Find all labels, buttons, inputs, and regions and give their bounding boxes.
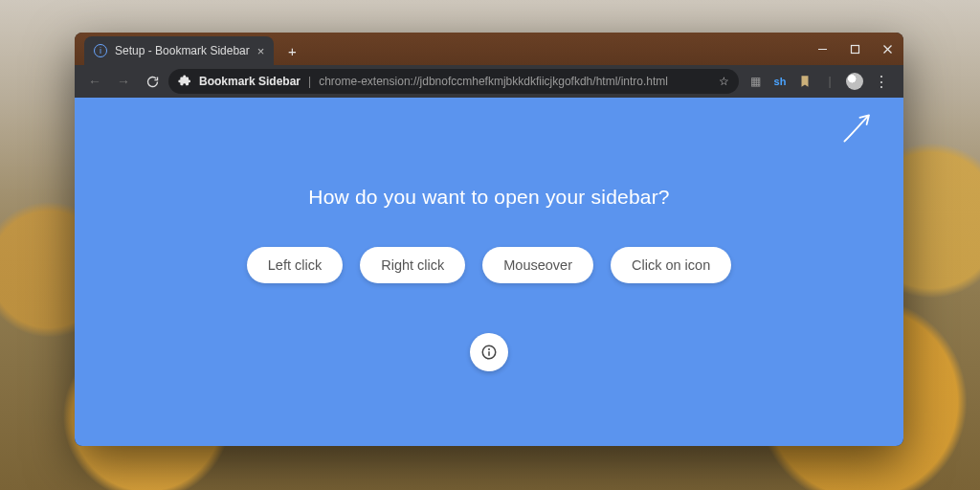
tab-close-icon[interactable]: ×	[257, 44, 265, 58]
window-titlebar: i Setup - Bookmark Sidebar × +	[75, 33, 903, 65]
extension-setup-page: How do you want to open your sidebar? Le…	[75, 98, 903, 446]
window-controls	[806, 33, 903, 65]
nav-back-button[interactable]: ←	[82, 69, 107, 94]
option-label: Mouseover	[503, 257, 572, 273]
toolbar-extension-icons: ▦ sh | ⋮	[743, 73, 896, 91]
open-method-options: Left click Right click Mouseover Click o…	[247, 247, 731, 283]
bookmark-sidebar-extension-icon[interactable]	[796, 73, 813, 90]
option-label: Left click	[268, 257, 322, 273]
browser-window: i Setup - Bookmark Sidebar × + ← →	[75, 33, 903, 446]
option-label: Click on icon	[632, 257, 710, 273]
extension-icon[interactable]: ▦	[746, 73, 764, 90]
setup-heading: How do you want to open your sidebar?	[308, 186, 669, 209]
address-bar[interactable]: Bookmark Sidebar | chrome-extension://jd…	[168, 69, 739, 94]
new-tab-button[interactable]: +	[279, 38, 304, 63]
option-left-click[interactable]: Left click	[247, 247, 343, 283]
window-maximize-button[interactable]	[838, 33, 871, 65]
extension-puzzle-icon	[178, 74, 191, 90]
info-button[interactable]	[470, 333, 508, 371]
extension-icon[interactable]: sh	[771, 73, 789, 90]
window-close-button[interactable]	[871, 33, 903, 65]
option-click-on-icon[interactable]: Click on icon	[611, 247, 731, 283]
tab-title: Setup - Bookmark Sidebar	[115, 44, 250, 57]
browser-menu-button[interactable]: ⋮	[871, 73, 892, 91]
bookmark-star-icon[interactable]: ☆	[719, 75, 729, 88]
svg-point-2	[488, 348, 490, 350]
desktop-wallpaper: i Setup - Bookmark Sidebar × + ← →	[0, 0, 980, 490]
profile-avatar-icon[interactable]	[846, 73, 863, 90]
option-right-click[interactable]: Right click	[360, 247, 465, 283]
browser-toolbar: ← → Bookmark Sidebar | chrome-extension:…	[75, 65, 903, 98]
omnibox-url: chrome-extension://jdbnofccmhefkmjbkkdkf…	[319, 75, 668, 88]
option-label: Right click	[381, 257, 444, 273]
pointer-arrow-icon	[838, 109, 877, 147]
nav-forward-button[interactable]: →	[111, 69, 136, 94]
svg-rect-0	[851, 45, 858, 53]
browser-tab[interactable]: i Setup - Bookmark Sidebar ×	[84, 36, 274, 65]
nav-reload-button[interactable]	[140, 69, 165, 94]
window-minimize-button[interactable]	[806, 33, 838, 65]
omnibox-extension-name: Bookmark Sidebar	[199, 75, 301, 88]
omnibox-separator: |	[308, 75, 311, 88]
tab-favicon-icon: i	[94, 44, 107, 57]
option-mouseover[interactable]: Mouseover	[482, 247, 593, 283]
svg-rect-3	[488, 351, 490, 356]
toolbar-separator: |	[821, 73, 838, 90]
